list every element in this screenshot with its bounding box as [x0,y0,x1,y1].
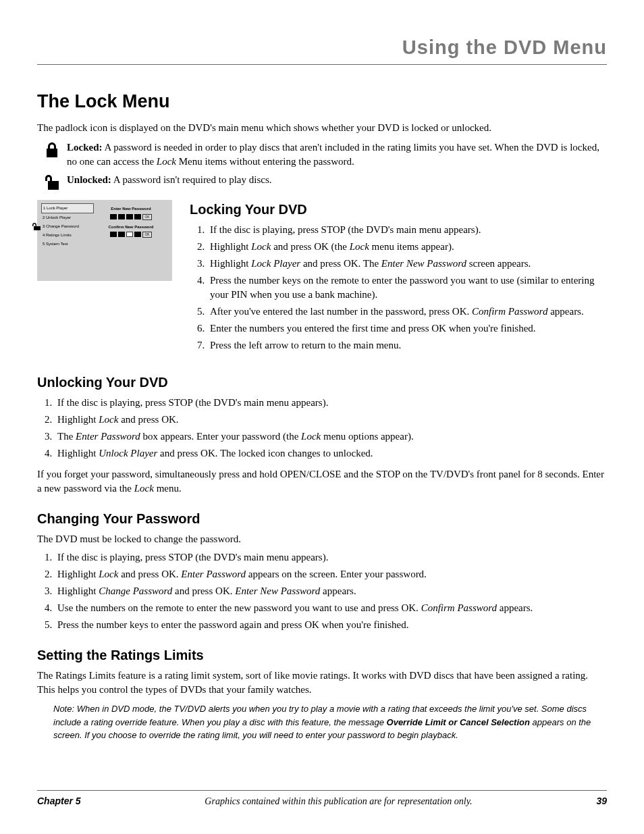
unlocked-label: Unlocked: [67,174,111,185]
step-text: and press OK (the [271,241,349,252]
step-text: appears. [497,602,533,613]
step-italic: Enter Password [181,569,246,579]
step-text: If the disc is playing, press STOP (the … [57,397,328,408]
tail-text: If you forget your password, simultaneou… [37,469,604,494]
menu-item: 5 System Test [41,240,94,249]
page-title: The Lock Menu [37,89,607,115]
ratings-heading: Setting the Ratings Limits [37,646,607,664]
menu-item: 1 Lock Player [41,203,94,213]
step-italic: Lock [251,241,271,252]
step-text: Use the numbers on the remote to enter t… [57,602,421,613]
locked-text-2: Menu items without entering the password… [176,156,354,167]
step-text: Press the number keys on the remote to e… [210,275,594,300]
step-italic: Confirm Password [472,306,547,317]
chapter-label: Chapter 5 [37,795,81,808]
page-footer: Chapter 5 Graphics contained within this… [37,790,607,808]
step-italic: Unlock Player [99,448,157,459]
confirm-password-label: Confirm New Password [94,224,168,230]
step-text: After you've entered the last number in … [210,306,472,317]
step-text: Highlight [210,241,251,252]
changing-heading: Changing Your Password [37,509,607,528]
locking-steps: If the disc is playing, press STOP (the … [190,223,607,353]
step-italic: Confirm Password [421,602,497,613]
unlocking-steps: If the disc is playing, press STOP (the … [37,396,607,461]
enter-password-label: Enter New Password [94,206,168,211]
step-text: and press OK. [118,569,181,579]
step-italic: Enter New Password [381,258,466,269]
unlock-icon [37,173,67,194]
step-text: Highlight [57,585,99,596]
tail-italic: Lock [134,483,154,494]
step-text: screen appears. [466,258,531,269]
changing-steps: If the disc is playing, press STOP (the … [37,550,607,632]
unlocked-text: A password isn't required to play discs. [111,174,272,185]
step-italic: Lock Player [251,258,300,269]
step-italic: Lock [99,414,118,425]
menu-item: 3 Change Password [41,222,94,231]
page-header: Using the DVD Menu [37,34,607,65]
step-italic: Enter New Password [235,585,320,596]
changing-lead: The DVD must be locked to change the pas… [37,532,607,546]
ok-label: OK [142,214,151,220]
step-text: If the disc is playing, press STOP (the … [210,224,481,235]
note-bold: Override Limit or Cancel Selection [387,717,530,727]
step-italic: Lock [301,431,321,442]
locked-italic: Lock [157,156,176,167]
step-text: Enter the numbers you entered the first … [210,323,536,334]
step-italic: Lock [350,241,369,252]
step-text: Press the number keys to enter the passw… [57,619,409,630]
step-text: The [57,431,76,442]
locked-row: Locked: A password is needed in order to… [37,140,607,169]
unlocking-heading: Unlocking Your DVD [37,373,607,392]
ratings-note: Note: When in DVD mode, the TV/DVD alert… [37,702,607,742]
step-text: Highlight [57,569,99,579]
step-text: and press OK. The locked icon changes to… [157,448,373,459]
step-text: and press OK. The [300,258,381,269]
lock-icon [37,140,67,162]
step-italic: Enter Password [76,431,140,442]
step-text: If the disc is playing, press STOP (the … [57,552,328,563]
unlocked-row: Unlocked: A password isn't required to p… [37,173,607,194]
step-text: Highlight [210,258,251,269]
step-text: and press OK. [118,414,178,425]
tail-text: menu. [154,483,182,494]
step-text: and press OK. [172,585,235,596]
step-text: appears. [320,585,356,596]
step-italic: Change Password [99,585,172,596]
screenshot-lock-icon [32,223,41,234]
locked-label: Locked: [67,142,103,153]
step-text: box appears. Enter your password (the [140,431,301,442]
ok-label: OK [142,232,151,238]
step-text: Highlight [57,414,99,425]
footer-note: Graphics contained within this publicati… [205,795,472,808]
page-number: 39 [596,795,607,808]
intro-text: The padlock icon is displayed on the DVD… [37,121,607,135]
step-italic: Lock [99,569,118,579]
step-text: menu options appear). [321,431,413,442]
step-text: appears. [547,306,583,317]
step-text: Press the left arrow to return to the ma… [210,340,401,350]
ratings-lead: The Ratings Limits feature is a rating l… [37,669,607,697]
step-text: Highlight [57,448,99,459]
menu-item: 4 Ratings Limits [41,231,94,240]
menu-item: 2 Unlock Player [41,213,94,222]
menu-screenshot: 1 Lock Player 2 Unlock Player 3 Change P… [37,200,172,281]
step-text: menu items appear). [369,241,454,252]
locking-heading: Locking Your DVD [190,200,607,219]
step-text: appears on the screen. Enter your passwo… [246,569,427,579]
